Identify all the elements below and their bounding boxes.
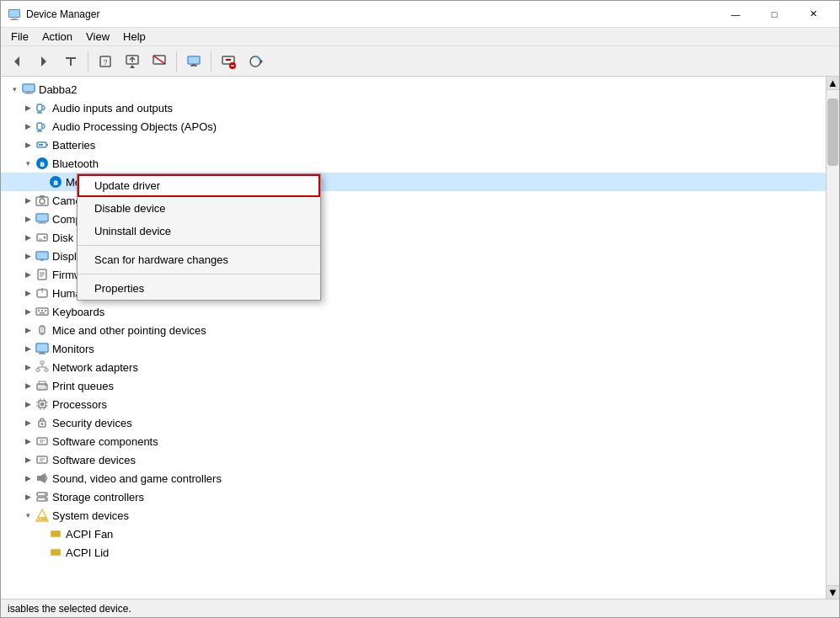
menu-help[interactable]: Help <box>116 29 152 45</box>
expand-audio-processing[interactable]: ▶ <box>21 120 35 133</box>
svg-point-109 <box>45 493 46 495</box>
cameras-icon <box>35 193 50 208</box>
tree-software-components[interactable]: ▶ Software components <box>1 432 826 450</box>
tree-panel[interactable]: ▾ Dabba2 ▶ <box>1 77 826 599</box>
tree-keyboards[interactable]: ▶ Keyboards <box>1 302 826 321</box>
tree-batteries[interactable]: ▶ Batteries <box>1 136 826 154</box>
expand-root[interactable]: ▾ <box>8 83 21 96</box>
toolbar-remove[interactable] <box>216 50 241 73</box>
svg-marker-4 <box>14 56 19 67</box>
minimize-button[interactable]: — <box>716 1 755 28</box>
batteries-label: Batteries <box>52 139 95 152</box>
tree-acpi-fan[interactable]: ▶ ACPI Fan <box>1 525 826 543</box>
menu-file[interactable]: File <box>4 29 35 45</box>
svg-rect-46 <box>40 195 45 198</box>
toolbar-scan[interactable] <box>243 50 268 73</box>
svg-rect-67 <box>45 310 46 312</box>
svg-rect-112 <box>37 517 47 520</box>
toolbar-update-driver[interactable] <box>120 50 145 73</box>
monitors-icon <box>35 341 50 356</box>
toolbar-disable[interactable] <box>147 50 172 73</box>
expand-keyboards[interactable]: ▶ <box>21 305 35 318</box>
expand-mice[interactable]: ▶ <box>21 323 35 337</box>
expand-print[interactable]: ▶ <box>21 379 35 392</box>
expand-software-devices[interactable]: ▶ <box>21 453 35 466</box>
close-button[interactable]: ✕ <box>794 1 832 28</box>
expand-bluetooth[interactable]: ▾ <box>21 157 35 170</box>
audio-inputs-icon <box>35 100 50 115</box>
computer-icon <box>186 54 201 69</box>
maximize-button[interactable]: □ <box>755 1 794 28</box>
svg-rect-38 <box>46 144 48 146</box>
expand-disk-drives[interactable]: ▶ <box>21 231 35 244</box>
toolbar-up[interactable] <box>58 50 83 73</box>
software-components-icon <box>35 434 50 449</box>
expand-processors[interactable]: ▶ <box>21 397 35 411</box>
context-update-driver[interactable]: Update driver <box>78 174 320 197</box>
toolbar-properties[interactable]: ? <box>93 50 118 73</box>
tree-software-devices[interactable]: ▶ Software devices <box>1 450 826 469</box>
context-disable-device[interactable]: Disable device <box>78 197 320 220</box>
tree-bluetooth[interactable]: ▾ ʙ Bluetooth <box>1 154 826 173</box>
svg-point-71 <box>41 332 43 333</box>
root-label: Dabba2 <box>39 83 78 96</box>
context-properties[interactable]: Properties <box>78 277 320 300</box>
expand-cameras[interactable]: ▶ <box>21 194 35 207</box>
scroll-track[interactable] <box>827 90 839 585</box>
tree-system-devices[interactable]: ▾ System devices <box>1 506 826 525</box>
sound-icon <box>35 471 50 486</box>
tree-monitors[interactable]: ▶ Monitors <box>1 339 826 358</box>
scan-icon <box>248 54 263 69</box>
tree-network[interactable]: ▶ Network adapters <box>1 358 826 376</box>
network-icon <box>35 360 50 375</box>
tree-audio-inputs[interactable]: ▶ Audio inputs and outputs <box>1 99 826 117</box>
tree-security[interactable]: ▶ Security devices <box>1 413 826 432</box>
menu-action[interactable]: Action <box>35 29 79 45</box>
tree-acpi-lid[interactable]: ▶ ACPI Lid <box>1 543 826 562</box>
svg-rect-102 <box>37 456 47 463</box>
context-scan-hardware[interactable]: Scan for hardware changes <box>78 248 320 271</box>
app-icon <box>8 8 21 21</box>
expand-monitors[interactable]: ▶ <box>21 342 35 355</box>
svg-rect-78 <box>45 369 48 371</box>
expand-system-devices[interactable]: ▾ <box>21 509 35 522</box>
context-uninstall-device[interactable]: Uninstall device <box>78 220 320 242</box>
storage-icon <box>35 489 50 504</box>
scrollbar[interactable]: ▲ ▼ <box>826 77 839 599</box>
scroll-thumb[interactable] <box>827 99 838 166</box>
svg-rect-7 <box>66 57 76 59</box>
scroll-down[interactable]: ▼ <box>827 585 840 599</box>
expand-hid[interactable]: ▶ <box>21 286 35 300</box>
expand-sound[interactable]: ▶ <box>21 471 35 485</box>
scroll-up[interactable]: ▲ <box>827 77 840 90</box>
svg-rect-99 <box>37 438 47 445</box>
expand-storage[interactable]: ▶ <box>21 490 35 503</box>
toolbar-computer[interactable] <box>181 50 206 73</box>
expand-audio-inputs[interactable]: ▶ <box>21 101 35 115</box>
expand-firmware[interactable]: ▶ <box>21 268 35 281</box>
tree-processors[interactable]: ▶ Processors <box>1 395 826 413</box>
svg-rect-116 <box>51 531 60 536</box>
expand-network[interactable]: ▶ <box>21 360 35 374</box>
tree-storage[interactable]: ▶ Storage controllers <box>1 487 826 506</box>
software-devices-icon <box>35 452 50 467</box>
toolbar-forward[interactable] <box>31 50 56 73</box>
menu-view[interactable]: View <box>79 29 116 45</box>
tree-root[interactable]: ▾ Dabba2 <box>1 80 826 99</box>
title-bar-left: Device Manager <box>8 8 99 21</box>
keyboards-icon <box>35 304 50 319</box>
content-area: ▾ Dabba2 ▶ <box>1 77 839 599</box>
toolbar-sep-2 <box>176 51 177 72</box>
expand-display-adapters[interactable]: ▶ <box>21 249 35 263</box>
expand-computer[interactable]: ▶ <box>21 212 35 226</box>
tree-print[interactable]: ▶ Print queues <box>1 376 826 395</box>
system-devices-icon <box>35 508 50 523</box>
expand-batteries[interactable]: ▶ <box>21 138 35 152</box>
audio-processing-icon <box>35 119 50 134</box>
tree-audio-processing[interactable]: ▶ Audio Processing Objects (APOs) <box>1 117 826 136</box>
tree-mice[interactable]: ▶ Mice and other pointing devices <box>1 321 826 339</box>
toolbar-back[interactable] <box>4 50 29 73</box>
expand-software-components[interactable]: ▶ <box>21 434 35 448</box>
expand-security[interactable]: ▶ <box>21 416 35 429</box>
tree-sound[interactable]: ▶ Sound, video and game controllers <box>1 469 826 487</box>
